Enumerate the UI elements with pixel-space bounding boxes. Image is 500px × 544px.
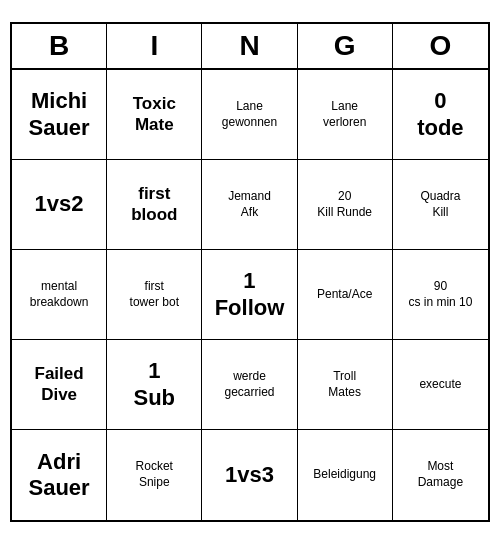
bingo-cell-9: QuadraKill [393, 160, 488, 250]
bingo-cell-22: 1vs3 [202, 430, 297, 520]
cell-text-20: AdriSauer [29, 449, 90, 502]
bingo-cell-18: TrollMates [298, 340, 393, 430]
bingo-board: BINGO MichiSauerToxicMateLanegewonnenLan… [10, 22, 490, 522]
bingo-cell-6: firstblood [107, 160, 202, 250]
header-letter-i: I [107, 24, 202, 68]
bingo-cell-23: Beleidigung [298, 430, 393, 520]
cell-text-1: ToxicMate [133, 94, 176, 135]
bingo-cell-8: 20Kill Runde [298, 160, 393, 250]
bingo-cell-1: ToxicMate [107, 70, 202, 160]
bingo-cell-16: 1Sub [107, 340, 202, 430]
cell-text-17: werdegecarried [224, 369, 274, 400]
cell-text-6: firstblood [131, 184, 177, 225]
bingo-cell-13: Penta/Ace [298, 250, 393, 340]
cell-text-13: Penta/Ace [317, 287, 372, 303]
cell-text-19: execute [419, 377, 461, 393]
cell-text-23: Beleidigung [313, 467, 376, 483]
cell-text-18: TrollMates [328, 369, 361, 400]
bingo-cell-17: werdegecarried [202, 340, 297, 430]
cell-text-11: firsttower bot [130, 279, 179, 310]
bingo-cell-11: firsttower bot [107, 250, 202, 340]
cell-text-0: MichiSauer [29, 88, 90, 141]
bingo-cell-21: RocketSnipe [107, 430, 202, 520]
bingo-cell-10: mentalbreakdown [12, 250, 107, 340]
bingo-cell-2: Lanegewonnen [202, 70, 297, 160]
cell-text-22: 1vs3 [225, 462, 274, 488]
bingo-cell-3: Laneverloren [298, 70, 393, 160]
cell-text-3: Laneverloren [323, 99, 366, 130]
bingo-cell-20: AdriSauer [12, 430, 107, 520]
bingo-grid: MichiSauerToxicMateLanegewonnenLaneverlo… [12, 70, 488, 520]
bingo-cell-5: 1vs2 [12, 160, 107, 250]
cell-text-14: 90cs in min 10 [408, 279, 472, 310]
bingo-cell-14: 90cs in min 10 [393, 250, 488, 340]
cell-text-24: MostDamage [418, 459, 463, 490]
cell-text-9: QuadraKill [420, 189, 460, 220]
bingo-header: BINGO [12, 24, 488, 70]
header-letter-g: G [298, 24, 393, 68]
cell-text-16: 1Sub [134, 358, 176, 411]
bingo-cell-19: execute [393, 340, 488, 430]
cell-text-8: 20Kill Runde [317, 189, 372, 220]
header-letter-o: O [393, 24, 488, 68]
bingo-cell-0: MichiSauer [12, 70, 107, 160]
cell-text-10: mentalbreakdown [30, 279, 89, 310]
bingo-cell-15: FailedDive [12, 340, 107, 430]
cell-text-7: JemandAfk [228, 189, 271, 220]
header-letter-n: N [202, 24, 297, 68]
bingo-cell-7: JemandAfk [202, 160, 297, 250]
cell-text-2: Lanegewonnen [222, 99, 277, 130]
bingo-cell-4: 0tode [393, 70, 488, 160]
cell-text-12: 1Follow [215, 268, 285, 321]
header-letter-b: B [12, 24, 107, 68]
cell-text-21: RocketSnipe [136, 459, 173, 490]
bingo-cell-12: 1Follow [202, 250, 297, 340]
bingo-cell-24: MostDamage [393, 430, 488, 520]
cell-text-4: 0tode [417, 88, 463, 141]
cell-text-15: FailedDive [35, 364, 84, 405]
cell-text-5: 1vs2 [35, 191, 84, 217]
